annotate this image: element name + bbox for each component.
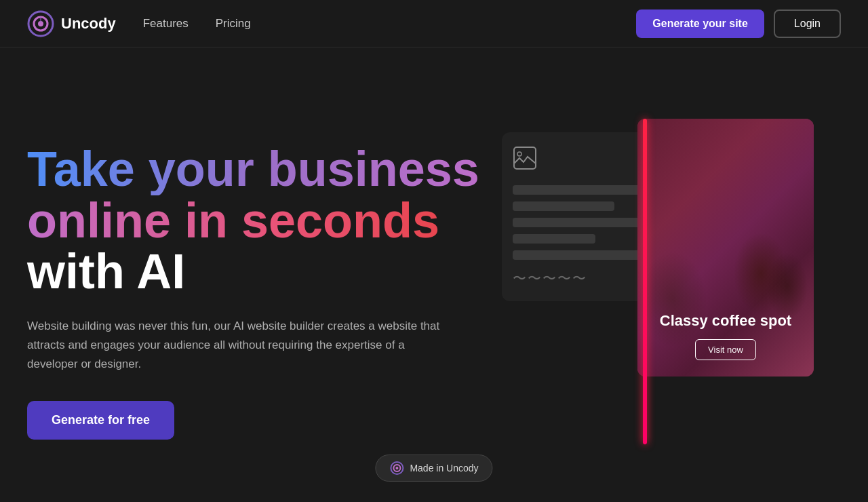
editor-bar-5 <box>513 250 640 260</box>
image-placeholder-icon <box>513 146 640 173</box>
logo[interactable]: Uncody <box>27 10 116 37</box>
red-divider <box>643 119 647 444</box>
nav-left: Uncody Features Pricing <box>27 10 251 37</box>
preview-container: 〜〜〜〜〜 Classy coffee spot Visit now <box>502 119 814 444</box>
nav-item-features[interactable]: Features <box>143 17 189 31</box>
site-preview-content: Classy coffee spot Visit now <box>654 312 797 360</box>
hero-section: Take your business online in seconds wit… <box>0 47 868 502</box>
svg-point-7 <box>395 467 398 469</box>
navbar: Uncody Features Pricing Generate your si… <box>0 0 868 47</box>
site-preview-card: Classy coffee spot Visit now <box>637 119 814 376</box>
editor-bar-3 <box>513 218 640 227</box>
hero-title-line3: with AI <box>27 246 502 298</box>
login-button[interactable]: Login <box>774 9 841 38</box>
nav-item-pricing[interactable]: Pricing <box>216 17 251 31</box>
badge-label: Made in Uncody <box>410 463 478 474</box>
hero-title-line2: online in seconds <box>27 195 502 247</box>
hero-preview: 〜〜〜〜〜 Classy coffee spot Visit now <box>502 119 814 444</box>
hero-description: Website building was never this fun, our… <box>27 317 448 374</box>
site-preview-title: Classy coffee spot <box>654 312 797 330</box>
nav-links: Features Pricing <box>143 17 251 31</box>
hero-title-line1: Take your business <box>27 144 502 195</box>
generate-site-button[interactable]: Generate your site <box>636 9 764 38</box>
editor-bar-2 <box>513 201 614 211</box>
hero-content: Take your business online in seconds wit… <box>27 137 502 440</box>
editor-panel: 〜〜〜〜〜 <box>502 132 651 301</box>
editor-squiggle: 〜〜〜〜〜 <box>513 269 640 288</box>
editor-bar-4 <box>513 234 595 244</box>
editor-bar-1 <box>513 185 640 195</box>
nav-right: Generate your site Login <box>636 9 841 38</box>
made-in-badge: Made in Uncody <box>375 455 492 482</box>
svg-point-4 <box>517 152 521 156</box>
hero-title: Take your business online in seconds wit… <box>27 144 502 298</box>
visit-now-button[interactable]: Visit now <box>695 339 756 360</box>
svg-rect-3 <box>514 147 536 169</box>
generate-free-button[interactable]: Generate for free <box>27 401 174 440</box>
site-preview-background: Classy coffee spot Visit now <box>637 119 814 376</box>
badge-logo-icon <box>389 461 404 476</box>
logo-icon <box>27 10 54 37</box>
brand-name: Uncody <box>61 15 116 33</box>
